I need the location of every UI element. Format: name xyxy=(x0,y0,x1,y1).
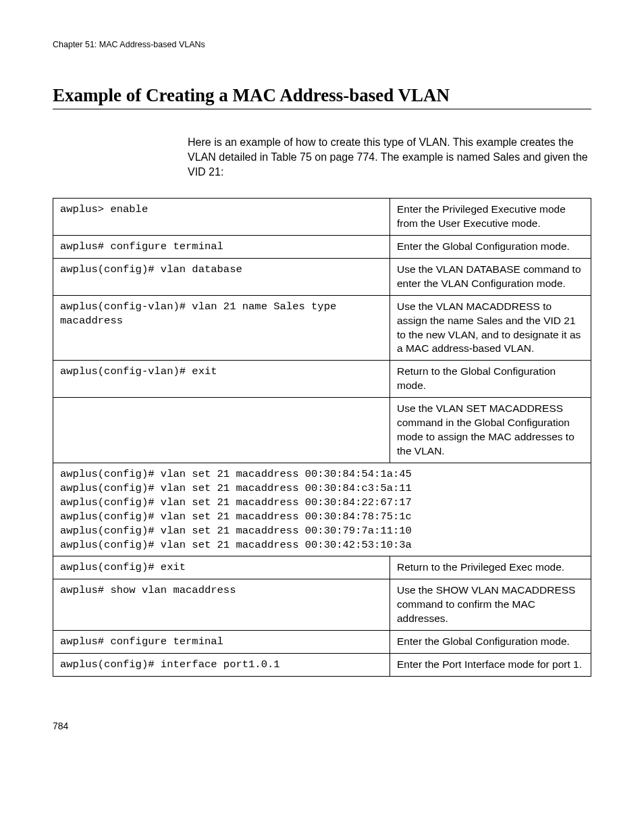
description-cell: Use the VLAN SET MACADDRESS command in t… xyxy=(390,398,591,463)
chapter-header: Chapter 51: MAC Address-based VLANs xyxy=(53,39,591,51)
table-row: awplus# show vlan macaddressUse the SHOW… xyxy=(53,579,591,631)
description-cell: Enter the Global Configuration mode. xyxy=(390,235,591,258)
command-cell: awplus(config)# interface port1.0.1 xyxy=(53,654,390,677)
description-cell: Use the VLAN MACADDRESS to assign the na… xyxy=(390,295,591,361)
table-row: awplus# configure terminalEnter the Glob… xyxy=(53,631,591,654)
section-title: Example of Creating a MAC Address-based … xyxy=(53,83,591,109)
command-table: awplus> enableEnter the Privileged Execu… xyxy=(53,198,591,677)
command-cell: awplus(config)# vlan database xyxy=(53,258,390,295)
description-cell: Enter the Port Interface mode for port 1… xyxy=(390,654,591,677)
command-cell xyxy=(53,398,390,463)
command-cell: awplus> enable xyxy=(53,199,390,236)
description-cell: Use the VLAN DATABASE command to enter t… xyxy=(390,258,591,295)
intro-paragraph: Here is an example of how to create this… xyxy=(188,135,591,179)
description-cell: Enter the Privileged Executive mode from… xyxy=(390,199,591,236)
table-row: awplus(config)# vlan databaseUse the VLA… xyxy=(53,258,591,295)
command-cell: awplus(config-vlan)# exit xyxy=(53,361,390,398)
table-row: Use the VLAN SET MACADDRESS command in t… xyxy=(53,398,591,463)
command-cell: awplus# configure terminal xyxy=(53,631,390,654)
table-row: awplus(config-vlan)# exitReturn to the G… xyxy=(53,361,591,398)
table-row: awplus# configure terminalEnter the Glob… xyxy=(53,235,591,258)
mac-command-block: awplus(config)# vlan set 21 macaddress 0… xyxy=(53,463,591,556)
page-number: 784 xyxy=(53,720,591,733)
table-row: awplus(config-vlan)# vlan 21 name Sales … xyxy=(53,295,591,361)
description-cell: Return to the Global Configuration mode. xyxy=(390,361,591,398)
command-cell: awplus(config-vlan)# vlan 21 name Sales … xyxy=(53,295,390,361)
command-cell: awplus# configure terminal xyxy=(53,235,390,258)
command-cell: awplus# show vlan macaddress xyxy=(53,579,390,631)
description-cell: Enter the Global Configuration mode. xyxy=(390,631,591,654)
table-row: awplus> enableEnter the Privileged Execu… xyxy=(53,199,591,236)
description-cell: Use the SHOW VLAN MACADDRESS command to … xyxy=(390,579,591,631)
table-row: awplus(config)# exitReturn to the Privil… xyxy=(53,556,591,579)
table-row: awplus(config)# vlan set 21 macaddress 0… xyxy=(53,463,591,556)
table-row: awplus(config)# interface port1.0.1Enter… xyxy=(53,654,591,677)
description-cell: Return to the Privileged Exec mode. xyxy=(390,556,591,579)
command-cell: awplus(config)# exit xyxy=(53,556,390,579)
